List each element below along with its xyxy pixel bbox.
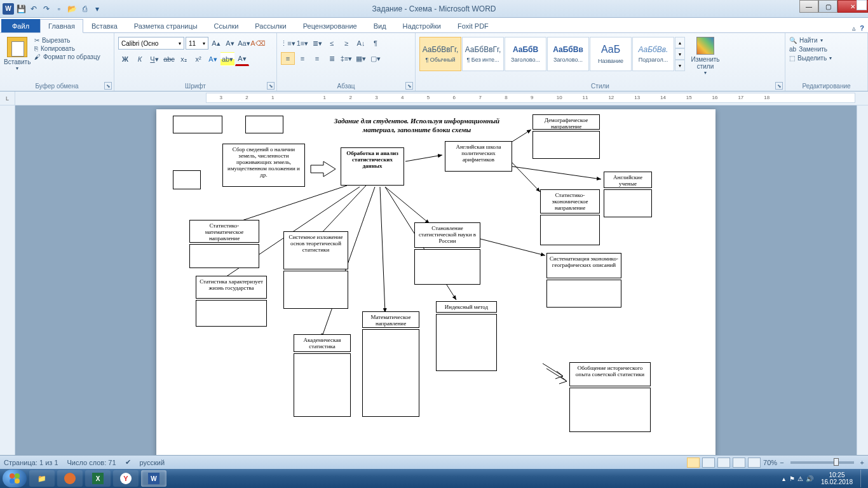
task-excel[interactable]: X: [85, 470, 111, 487]
sort-button[interactable]: A↓: [354, 37, 368, 50]
style-normal[interactable]: АаБбВвГг,¶ Обычный: [419, 37, 461, 71]
numbering-button[interactable]: 1≡▾: [295, 37, 309, 50]
borders-button[interactable]: ▢▾: [369, 52, 383, 65]
zoom-level[interactable]: 70%: [763, 459, 777, 466]
vertical-ruler[interactable]: [0, 105, 15, 455]
grow-font-button[interactable]: A▴: [210, 37, 222, 50]
show-marks-button[interactable]: ¶: [369, 37, 383, 50]
underline-button[interactable]: Ч▾: [147, 52, 161, 66]
empty-box-index[interactable]: [436, 314, 497, 371]
bold-button[interactable]: Ж: [118, 52, 132, 66]
box-academic[interactable]: Академическая статистика: [294, 334, 351, 352]
box-soviet[interactable]: Обобщение исторического опыта советской …: [569, 362, 651, 386]
minimize-ribbon-icon[interactable]: ▵: [852, 24, 856, 32]
indent-increase-button[interactable]: ≥: [339, 37, 353, 50]
superscript-button[interactable]: x²: [191, 52, 205, 66]
cut-button[interactable]: ✂Вырезать: [34, 37, 100, 44]
zoom-slider[interactable]: [790, 461, 854, 464]
shading-button[interactable]: ▦▾: [354, 52, 368, 65]
empty-box-2[interactable]: [245, 116, 283, 133]
justify-button[interactable]: ≣: [325, 52, 339, 65]
box-russia[interactable]: Становление статистической науки в Росси…: [414, 222, 480, 248]
task-explorer[interactable]: 📁: [29, 470, 55, 487]
font-color-button[interactable]: A▾: [235, 52, 249, 66]
strike-button[interactable]: abc: [162, 52, 176, 66]
style-nospacing[interactable]: АаБбВвГг,¶ Без инте...: [462, 37, 504, 71]
replace-button[interactable]: abЗаменить: [789, 46, 864, 53]
bullets-button[interactable]: ⋮≡▾: [281, 37, 295, 50]
document-scroll[interactable]: Задание для студентов. Используя информа…: [15, 105, 857, 455]
view-fullscreen[interactable]: [702, 458, 715, 468]
styles-launcher[interactable]: ⬊: [775, 82, 783, 90]
select-button[interactable]: ⬚Выделить▾: [789, 55, 864, 62]
indent-decrease-button[interactable]: ≤: [325, 37, 339, 50]
align-left-button[interactable]: ≡: [281, 52, 295, 65]
copy-button[interactable]: ⎘Копировать: [34, 45, 100, 52]
task-word[interactable]: W: [141, 470, 166, 487]
empty-box-stat-math[interactable]: [189, 244, 259, 268]
box-sbor[interactable]: Сбор сведений о наличии земель, численно…: [222, 144, 305, 187]
tray-flag-icon[interactable]: ⚑: [789, 475, 795, 482]
zoom-in-button[interactable]: +: [860, 459, 864, 466]
line-spacing-button[interactable]: ‡≡▾: [339, 52, 353, 65]
box-english-scientists[interactable]: Английские ученые: [604, 172, 652, 188]
show-desktop-button[interactable]: [860, 470, 865, 487]
qat-dropdown-icon[interactable]: ▾: [92, 3, 103, 15]
status-words[interactable]: Число слов: 71: [67, 459, 116, 466]
box-obrabotka[interactable]: Обработка и анализ статистических данных: [341, 147, 404, 186]
find-button[interactable]: 🔍Найти▾: [789, 37, 864, 44]
font-launcher[interactable]: ⬊: [267, 82, 275, 90]
qat-new-icon[interactable]: ▫: [53, 3, 65, 15]
empty-box-1[interactable]: [173, 116, 222, 133]
empty-box-systematic[interactable]: [283, 271, 348, 309]
align-center-button[interactable]: ≡: [295, 52, 309, 65]
box-english-school[interactable]: Английская школа политических арифметико…: [445, 141, 512, 172]
style-heading1[interactable]: АаБбВЗаголово...: [505, 37, 546, 71]
zoom-out-button[interactable]: −: [780, 459, 783, 466]
view-print-layout[interactable]: [687, 458, 700, 468]
format-painter-button[interactable]: 🖌Формат по образцу: [34, 53, 100, 60]
align-right-button[interactable]: ≡: [310, 52, 324, 65]
clipboard-launcher[interactable]: ⬊: [104, 82, 112, 90]
subscript-button[interactable]: x₂: [177, 52, 191, 66]
tab-addins[interactable]: Надстройки: [395, 19, 449, 32]
tab-view[interactable]: Вид: [365, 19, 395, 32]
empty-box-demographic[interactable]: [532, 131, 600, 159]
tab-foxit[interactable]: Foxit PDF: [449, 19, 497, 32]
empty-box-russia[interactable]: [414, 249, 480, 285]
status-proofing-icon[interactable]: ✔: [125, 458, 131, 466]
start-button[interactable]: [3, 470, 27, 487]
style-heading2[interactable]: АаБбВвЗаголово...: [547, 37, 589, 71]
empty-box-life[interactable]: [196, 300, 267, 327]
box-math-dir[interactable]: Математическое направление: [362, 311, 419, 328]
horizontal-ruler[interactable]: 321 123 456 789 101112 131415 161718: [206, 93, 855, 103]
tab-file[interactable]: Файл: [1, 19, 40, 32]
box-stat-econ[interactable]: Статистико-экономическое направление: [540, 189, 600, 214]
save-icon[interactable]: 💾: [15, 3, 27, 15]
maximize-button[interactable]: ▢: [818, 0, 837, 13]
tray-up-icon[interactable]: ▴: [782, 475, 785, 482]
change-case-button[interactable]: Aa▾: [238, 37, 250, 50]
qat-print-icon[interactable]: ⎙: [79, 3, 90, 15]
view-web[interactable]: [717, 458, 730, 468]
empty-box-stat-econ[interactable]: [540, 215, 600, 245]
tab-review[interactable]: Рецензирование: [295, 19, 365, 32]
status-page[interactable]: Страница: 1 из 1: [4, 459, 58, 466]
help-icon[interactable]: ?: [860, 24, 864, 32]
paste-button[interactable]: Вставить ▾: [4, 34, 31, 71]
shrink-font-button[interactable]: A▾: [224, 37, 236, 50]
box-life[interactable]: Статистика характеризует жизнь государст…: [196, 276, 267, 299]
multilevel-button[interactable]: ≣▾: [310, 37, 324, 50]
font-size-combo[interactable]: 11▾: [186, 37, 208, 50]
redo-icon[interactable]: ↷: [41, 3, 52, 15]
vertical-scrollbar[interactable]: [857, 105, 868, 455]
view-outline[interactable]: [733, 458, 745, 468]
change-styles-button[interactable]: Изменить стили ▾: [688, 34, 723, 76]
box-demographic[interactable]: Демографическое направление: [532, 114, 600, 130]
tab-references[interactable]: Ссылки: [206, 19, 247, 32]
tab-home[interactable]: Главная: [40, 19, 83, 33]
ruler-corner[interactable]: L: [0, 92, 15, 105]
box-systematization[interactable]: Систематизация экономико-географических …: [546, 253, 621, 278]
empty-box-soviet[interactable]: [569, 388, 651, 432]
minimize-button[interactable]: —: [799, 0, 818, 13]
